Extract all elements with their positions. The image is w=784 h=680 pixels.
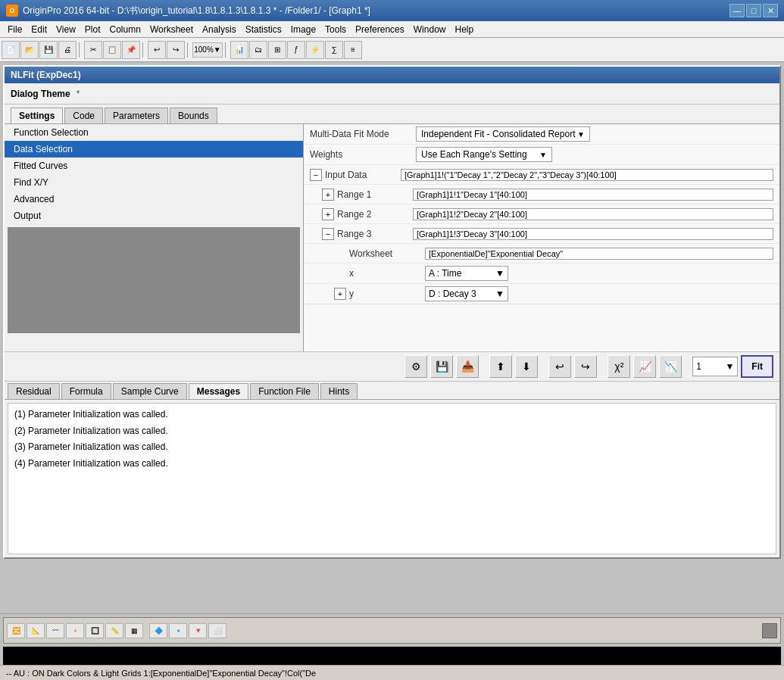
taskbar-btn1[interactable]: 🔀 <box>7 623 25 638</box>
toolbar-redo[interactable]: ↪ <box>167 41 185 59</box>
tab-code[interactable]: Code <box>64 108 103 123</box>
menu-file[interactable]: File <box>3 24 27 35</box>
tab-hints[interactable]: Hints <box>320 383 358 399</box>
tab-sample-curve[interactable]: Sample Curve <box>113 383 187 399</box>
plot-btn[interactable]: 📈 <box>633 355 656 378</box>
y-arrow: ▼ <box>495 289 504 299</box>
menu-statistics[interactable]: Statistics <box>241 24 286 35</box>
weights-dropdown[interactable]: Use Each Range's Setting ▼ <box>416 147 552 162</box>
range2-expand[interactable]: + <box>322 208 334 220</box>
tab-bounds[interactable]: Bounds <box>170 108 217 123</box>
tab-residual[interactable]: Residual <box>8 383 60 399</box>
fit-button[interactable]: Fit <box>741 355 773 378</box>
toolbar-undo[interactable]: ↩ <box>148 41 166 59</box>
tab-settings[interactable]: Settings <box>11 108 63 123</box>
taskbar-btn11[interactable]: ⬜ <box>208 623 226 638</box>
x-dropdown[interactable]: A : Time ▼ <box>425 266 508 281</box>
nav-data-selection[interactable]: Data Selection <box>5 141 303 158</box>
nav-find-xy[interactable]: Find X/Y <box>5 174 303 191</box>
toolbar-more1[interactable]: ≡ <box>344 41 362 59</box>
taskbar-btn10[interactable]: 🔻 <box>189 623 207 638</box>
menu-analysis[interactable]: Analysis <box>198 24 241 35</box>
chi-square-btn[interactable]: χ² <box>608 355 630 378</box>
menu-image[interactable]: Image <box>286 24 320 35</box>
input-data-expand[interactable]: − <box>310 169 322 181</box>
taskbar-btn5[interactable]: 🔲 <box>86 623 104 638</box>
multidata-value: Independent Fit - Consolidated Report <box>421 129 575 139</box>
input-data-label: Input Data <box>325 170 401 180</box>
toolbar-new[interactable]: 📄 <box>2 41 20 59</box>
tab-formula[interactable]: Formula <box>61 383 111 399</box>
multidata-label: Multi-Data Fit Mode <box>310 129 416 139</box>
tab-function-file[interactable]: Function File <box>250 383 319 399</box>
menu-worksheet[interactable]: Worksheet <box>145 24 198 35</box>
tab-parameters[interactable]: Parameters <box>105 108 168 123</box>
close-button[interactable]: ✕ <box>763 4 778 17</box>
menu-window[interactable]: Window <box>409 24 451 35</box>
minimize-button[interactable]: — <box>729 4 745 17</box>
save-as-btn[interactable]: 📥 <box>456 355 479 378</box>
menu-view[interactable]: View <box>52 24 80 35</box>
iteration-value: 1 <box>696 361 701 372</box>
range1-expand[interactable]: + <box>322 189 334 201</box>
save-btn[interactable]: 💾 <box>430 355 453 378</box>
undo-btn[interactable]: ↩ <box>548 355 571 378</box>
taskbar-btn4[interactable]: 🔸 <box>66 623 84 638</box>
taskbar-btn3[interactable]: 〰 <box>46 623 64 638</box>
nav-fitted-curves[interactable]: Fitted Curves <box>5 158 303 174</box>
toolbar-cut[interactable]: ✂ <box>84 41 102 59</box>
input-data-row: − Input Data [Graph1]1!("1"Decay 1","2"D… <box>304 165 779 185</box>
toolbar-sep3 <box>187 42 190 58</box>
up-btn[interactable]: ⬆ <box>489 355 512 378</box>
taskbar-btn9[interactable]: 🔹 <box>169 623 187 638</box>
toolbar-graph[interactable]: 📊 <box>230 41 248 59</box>
multidata-dropdown[interactable]: Independent Fit - Consolidated Report ▼ <box>416 126 590 142</box>
nav-advanced[interactable]: Advanced <box>5 191 303 207</box>
iteration-input[interactable]: 1 ▼ <box>692 357 738 376</box>
range1-value[interactable]: [Graph1]1!1"Decay 1"[40:100] <box>413 189 773 201</box>
toolbar-save[interactable]: 💾 <box>39 41 58 59</box>
range3-value[interactable]: [Graph1]1!3"Decay 3"[40:100] <box>413 228 773 240</box>
toolbar-analysis[interactable]: ⚡ <box>306 41 324 59</box>
range3-expand[interactable]: − <box>322 228 334 240</box>
taskbar-btn8[interactable]: 🔷 <box>149 623 167 638</box>
toolbar-paste[interactable]: 📌 <box>122 41 140 59</box>
menu-edit[interactable]: Edit <box>27 24 52 35</box>
menu-help[interactable]: Help <box>450 24 478 35</box>
nav-function-selection[interactable]: Function Selection <box>5 124 303 141</box>
input-data-value[interactable]: [Graph1]1!("1"Decay 1","2"Decay 2","3"De… <box>401 169 773 181</box>
y-expand[interactable]: + <box>334 288 346 300</box>
message-2: (2) Parameter Initialization was called. <box>14 423 770 440</box>
taskbar-inner: 🔀 📐 〰 🔸 🔲 📏 ▦ 🔷 🔹 🔻 ⬜ <box>3 617 781 644</box>
menu-preferences[interactable]: Preferences <box>351 24 409 35</box>
range2-value[interactable]: [Graph1]1!2"Decay 2"[40:100] <box>413 208 773 220</box>
window-controls[interactable]: — □ ✕ <box>729 4 778 17</box>
menu-column[interactable]: Column <box>105 24 145 35</box>
taskbar-btn2[interactable]: 📐 <box>27 623 45 638</box>
x-label: x <box>349 268 425 279</box>
maximize-button[interactable]: □ <box>746 4 761 17</box>
load-data-btn[interactable]: ⚙ <box>404 355 427 378</box>
worksheet-value[interactable]: [ExponentialDe]"Exponential Decay" <box>425 248 773 260</box>
toolbar-zoom[interactable]: 100%▼ <box>192 42 223 58</box>
tab-messages[interactable]: Messages <box>189 383 248 399</box>
taskbar-btn7[interactable]: ▦ <box>125 623 143 638</box>
toolbar-stats[interactable]: ∑ <box>325 41 343 59</box>
nav-output[interactable]: Output <box>5 207 303 224</box>
down-btn[interactable]: ⬇ <box>515 355 538 378</box>
toolbar-matrix[interactable]: ⊞ <box>268 41 286 59</box>
toolbar-copy[interactable]: 📋 <box>103 41 121 59</box>
redo-btn[interactable]: ↪ <box>574 355 597 378</box>
residual-btn[interactable]: 📉 <box>659 355 682 378</box>
y-dropdown[interactable]: D : Decay 3 ▼ <box>425 286 508 301</box>
menu-plot[interactable]: Plot <box>80 24 105 35</box>
toolbar-table[interactable]: 🗂 <box>249 41 267 59</box>
toolbar-open[interactable]: 📂 <box>20 41 39 59</box>
toolbar-function[interactable]: ƒ <box>287 41 305 59</box>
toolbar-sep1 <box>79 42 82 58</box>
taskbar-area: 🔀 📐 〰 🔸 🔲 📏 ▦ 🔷 🔹 🔻 ⬜ <box>0 613 784 665</box>
menu-tools[interactable]: Tools <box>320 24 351 35</box>
toolbar-print[interactable]: 🖨 <box>58 41 77 59</box>
taskbar-btn6[interactable]: 📏 <box>105 623 123 638</box>
title-bar: O OriginPro 2016 64-bit - D:\书\origin_tu… <box>0 0 784 21</box>
